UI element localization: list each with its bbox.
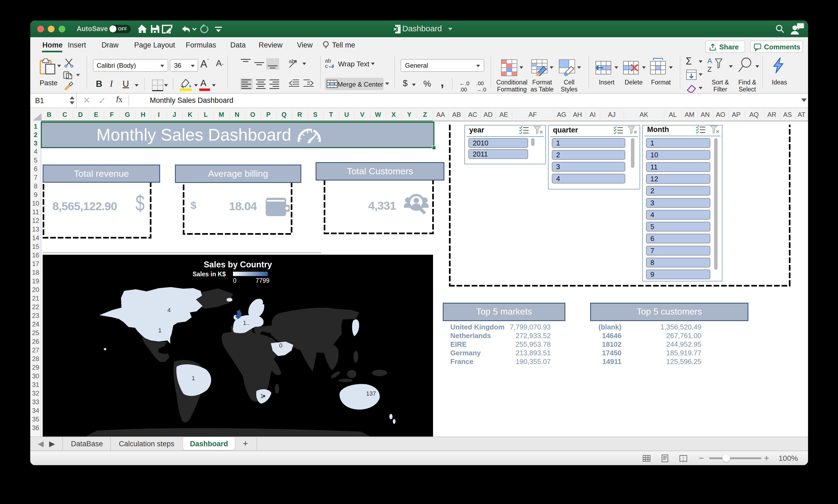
svg-text:0: 0 xyxy=(233,277,237,284)
svg-text:Sales by Country: Sales by Country xyxy=(204,260,272,269)
svg-text:4: 4 xyxy=(168,307,171,313)
svg-text:7799: 7799 xyxy=(256,277,269,284)
svg-text:Z: Z xyxy=(707,65,712,73)
svg-text:1: 1 xyxy=(192,375,195,381)
svg-text:1: 1 xyxy=(260,393,263,399)
svg-text:ab: ab xyxy=(289,58,295,64)
svg-text:1: 1 xyxy=(158,327,161,334)
svg-text:0: 0 xyxy=(279,342,282,349)
svg-text:1..: 1.. xyxy=(243,320,249,326)
svg-text:ab: ab xyxy=(325,58,331,64)
svg-text:A: A xyxy=(707,57,712,65)
svg-text:Sales in K$: Sales in K$ xyxy=(192,271,226,277)
svg-text:137: 137 xyxy=(366,390,376,397)
svg-text:c: c xyxy=(325,63,328,69)
